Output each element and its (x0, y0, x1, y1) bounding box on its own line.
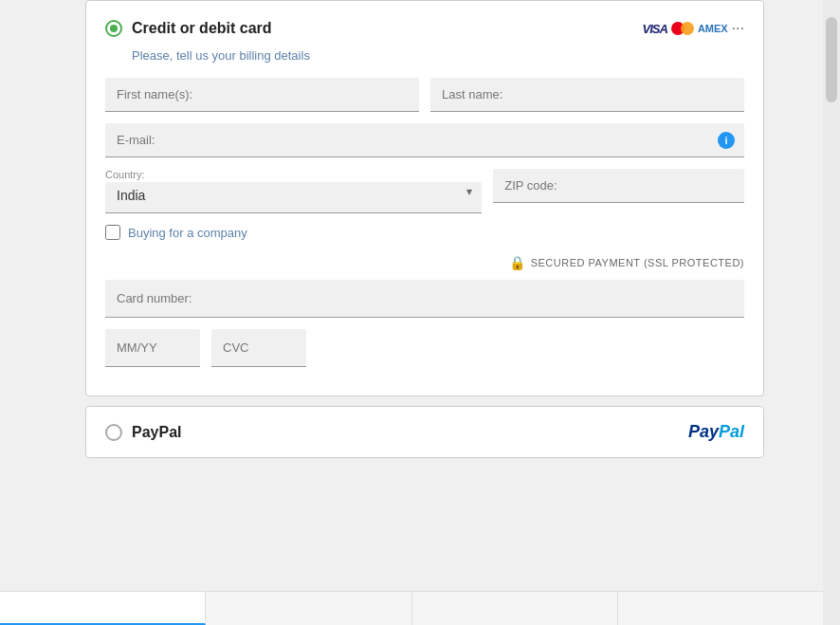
paypal-logo: PayPal (688, 422, 744, 442)
country-label: Country: (105, 169, 482, 180)
billing-subtitle: Please, tell us your billing details (132, 48, 744, 63)
paypal-radio[interactable] (105, 424, 122, 441)
name-row (105, 78, 744, 112)
amex-logo: AMEX (698, 23, 728, 34)
card-cvc-input[interactable] (211, 329, 306, 367)
tab-1[interactable] (0, 592, 206, 625)
email-field-wrapper: i (105, 123, 744, 157)
secure-payment-text: SECURED PAYMENT (SSL PROTECTED) (531, 257, 744, 268)
country-field-wrapper: Country: India United States United King… (105, 169, 482, 213)
paypal-left: PayPal (105, 424, 181, 441)
tab-2[interactable] (206, 592, 411, 625)
paypal-logo-dark: Pay (688, 422, 719, 441)
email-row: i (105, 123, 744, 157)
card-number-input[interactable] (105, 280, 744, 318)
scrollbar-thumb[interactable] (826, 17, 837, 102)
first-name-input[interactable] (105, 78, 419, 112)
paypal-logo-light: Pal (719, 422, 744, 441)
card-logos: VISA AMEX ··· (643, 20, 744, 37)
tab-3[interactable] (412, 592, 618, 625)
paypal-section: PayPal PayPal (85, 406, 764, 458)
email-info-icon[interactable]: i (718, 132, 735, 149)
buying-for-company-row: Buying for a company (105, 225, 744, 240)
buying-for-company-checkbox[interactable] (105, 225, 120, 240)
country-select[interactable]: India United States United Kingdom Germa… (105, 182, 482, 213)
credit-card-section: Credit or debit card VISA AMEX ··· Pleas… (85, 0, 764, 396)
bottom-tab-bar (0, 591, 823, 625)
email-input[interactable] (105, 123, 744, 157)
last-name-input[interactable] (430, 78, 744, 112)
card-expiry-cvc-row (105, 329, 744, 367)
secure-payment-row: 🔒 SECURED PAYMENT (SSL PROTECTED) (105, 255, 744, 270)
visa-logo: VISA (643, 22, 667, 36)
credit-card-title: Credit or debit card (132, 20, 272, 37)
zip-field-wrapper (493, 169, 744, 213)
zip-input[interactable] (493, 169, 744, 203)
more-cards-icon[interactable]: ··· (732, 20, 744, 37)
paypal-label: PayPal (132, 424, 181, 441)
scrollbar-track (823, 0, 840, 625)
country-select-wrapper: Country: India United States United King… (105, 169, 482, 213)
credit-card-header: Credit or debit card VISA AMEX ··· (105, 20, 744, 37)
first-name-field (105, 78, 419, 112)
radio-selected-indicator (110, 25, 118, 32)
tab-4[interactable] (618, 592, 823, 625)
country-zip-row: Country: India United States United King… (105, 169, 744, 213)
lock-icon: 🔒 (509, 255, 525, 270)
card-number-wrapper (105, 280, 744, 329)
credit-card-radio[interactable] (105, 20, 122, 37)
buying-for-company-label[interactable]: Buying for a company (128, 226, 247, 240)
card-expiry-input[interactable] (105, 329, 200, 367)
last-name-field (430, 78, 744, 112)
mastercard-logo (671, 21, 694, 36)
